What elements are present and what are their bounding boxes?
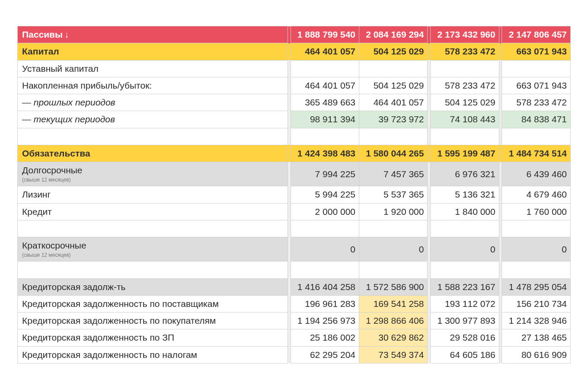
row-label: Кредиторская задолженность по ЗП <box>18 329 288 346</box>
row-label-text: — текущих периодов <box>22 114 115 124</box>
row-label-text: Кредиторская задолженность по налогам <box>22 350 197 360</box>
balance-table: Пассивы↓1 888 799 5402 084 169 2942 173 … <box>17 26 571 364</box>
row-value: 1 920 000 <box>359 203 428 220</box>
balance-sheet-wrapper: Пассивы↓1 888 799 5402 084 169 2942 173 … <box>0 0 588 381</box>
row-value: 196 961 283 <box>291 295 359 312</box>
column-gap <box>288 203 291 220</box>
table-row: Обязательства1 424 398 4831 580 044 2651… <box>18 145 571 162</box>
column-gap <box>288 313 291 329</box>
spacer-cell <box>291 262 359 278</box>
row-label-text: Кредиторская задолж-ть <box>22 282 126 292</box>
spacer-row <box>18 220 571 237</box>
row-value: 1 580 044 265 <box>359 145 428 162</box>
spacer-row <box>18 262 571 278</box>
column-gap <box>288 94 291 111</box>
column-gap <box>499 237 502 262</box>
column-gap <box>499 313 502 329</box>
header-row: Пассивы↓1 888 799 5402 084 169 2942 173 … <box>18 26 571 43</box>
column-gap <box>499 295 502 312</box>
column-gap <box>428 313 431 329</box>
column-gap <box>288 43 291 60</box>
row-label: Долгосрочные(свыше 12 месяцев) <box>18 162 288 186</box>
spacer-cell <box>18 128 288 145</box>
row-value: 464 401 057 <box>291 77 359 94</box>
column-gap <box>428 220 431 237</box>
row-value: 29 528 016 <box>431 329 499 346</box>
row-label: Кредиторская задолженность по налогам <box>18 346 288 363</box>
row-label: — текущих периодов <box>18 111 288 128</box>
column-gap <box>499 94 502 111</box>
row-value: 365 489 663 <box>291 94 359 111</box>
table-row: Долгосрочные(свыше 12 месяцев)7 994 2257… <box>18 162 571 186</box>
row-value: 1 572 586 900 <box>359 278 428 295</box>
row-value: 0 <box>291 237 359 262</box>
header-label[interactable]: Пассивы↓ <box>18 26 288 43</box>
row-label-text: Кредиторская задолженность по покупателя… <box>22 316 216 325</box>
row-label-text: Кредиторская задолженность по поставщика… <box>22 299 219 309</box>
row-value: 6 976 321 <box>431 162 499 186</box>
column-gap <box>499 77 502 94</box>
row-label: Кредит <box>18 203 288 220</box>
column-gap <box>288 111 291 128</box>
table-row: Накопленная прибыль/убыток:464 401 05750… <box>18 77 571 94</box>
row-label-text: Обязательства <box>22 148 90 158</box>
row-label-text: — прошлых периодов <box>22 97 115 107</box>
column-gap <box>428 346 431 363</box>
table-row: Кредиторская задолж-ть1 416 404 2581 572… <box>18 278 571 295</box>
row-value: 1 478 295 054 <box>502 278 571 295</box>
row-value: 1 298 866 406 <box>359 313 428 329</box>
table-row: Капитал464 401 057504 125 029578 233 472… <box>18 43 571 60</box>
row-value: 7 457 365 <box>359 162 428 186</box>
column-gap <box>288 329 291 346</box>
spacer-cell <box>18 220 288 237</box>
row-value: 73 549 374 <box>359 346 428 363</box>
row-value: 6 439 460 <box>502 162 571 186</box>
row-value: 1 760 000 <box>502 203 571 220</box>
row-label: Краткосрочные(свыше 12 месяцев) <box>18 237 288 262</box>
row-value: 1 595 199 487 <box>431 145 499 162</box>
column-gap <box>428 43 431 60</box>
row-value: 578 233 472 <box>502 94 571 111</box>
row-value: 5 537 365 <box>359 186 428 203</box>
column-gap <box>428 186 431 203</box>
column-gap <box>288 162 291 186</box>
row-label-text: Лизинг <box>22 189 51 199</box>
row-label: Лизинг <box>18 186 288 203</box>
row-value: 84 838 471 <box>502 111 571 128</box>
table-row: — прошлых периодов365 489 663464 401 057… <box>18 94 571 111</box>
row-label-text: Капитал <box>22 46 59 56</box>
column-gap <box>288 186 291 203</box>
row-value: 1 840 000 <box>431 203 499 220</box>
row-value: 169 541 258 <box>359 295 428 312</box>
spacer-cell <box>359 128 428 145</box>
spacer-cell <box>502 262 571 278</box>
column-gap <box>499 220 502 237</box>
column-gap <box>288 295 291 312</box>
row-value: 5 994 225 <box>291 186 359 203</box>
row-value: 2 000 000 <box>291 203 359 220</box>
row-value: 98 911 394 <box>291 111 359 128</box>
row-value: 62 295 204 <box>291 346 359 363</box>
row-label-text: Кредиторская задолженность по ЗП <box>22 332 174 342</box>
column-gap <box>428 145 431 162</box>
row-label-text: Накопленная прибыль/убыток: <box>22 80 152 90</box>
row-value: 5 136 321 <box>431 186 499 203</box>
table-row: Кредиторская задолженность по ЗП25 186 0… <box>18 329 571 346</box>
column-gap <box>288 145 291 162</box>
column-gap <box>428 94 431 111</box>
row-value: 1 194 256 973 <box>291 313 359 329</box>
column-gap <box>288 77 291 94</box>
column-gap <box>428 295 431 312</box>
header-value: 2 147 806 457 <box>502 26 571 43</box>
row-label-text: Кредит <box>22 207 52 217</box>
row-value: 1 214 328 946 <box>502 313 571 329</box>
row-value: 193 112 072 <box>431 295 499 312</box>
row-value: 1 416 404 258 <box>291 278 359 295</box>
row-value <box>502 60 571 77</box>
column-gap <box>428 60 431 77</box>
table-row: — текущих периодов98 911 39439 723 97274… <box>18 111 571 128</box>
header-title: Пассивы <box>22 29 63 39</box>
row-value: 4 679 460 <box>502 186 571 203</box>
column-gap <box>499 145 502 162</box>
row-value: 80 616 909 <box>502 346 571 363</box>
